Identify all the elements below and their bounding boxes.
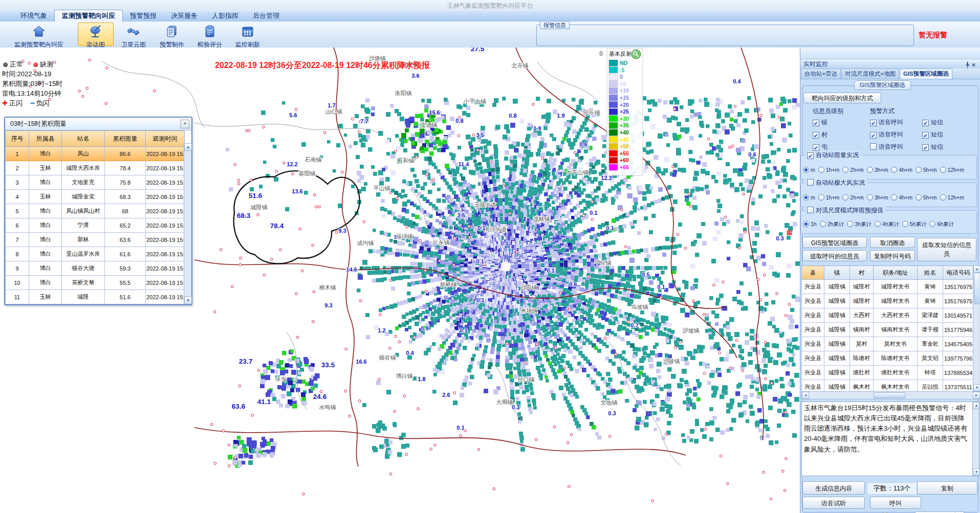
radio-2h+m[interactable]: 2h+m bbox=[842, 194, 864, 200]
table-row[interactable]: 10博白英桥文黎55.52022-08-19 15:00 bbox=[6, 276, 185, 290]
radio-4h+m[interactable]: 4h+m bbox=[891, 167, 912, 173]
auto-wind-checkbox[interactable] bbox=[807, 179, 814, 186]
menu-tab-后台管理[interactable]: 后台管理 bbox=[246, 10, 287, 21]
contacts-col-村[interactable]: 村 bbox=[850, 266, 874, 280]
tab-自动站+雷达[interactable]: 自动站+雷达 bbox=[801, 69, 841, 79]
radio-2h累计[interactable]: 2h累计 bbox=[820, 221, 844, 227]
contacts-col-电话号码[interactable]: 电话号码 bbox=[943, 266, 974, 280]
radio-5h累计[interactable]: 5h累计 bbox=[902, 221, 927, 227]
radio-12h+m[interactable]: 12h+m bbox=[940, 194, 964, 200]
message-vscrollbar[interactable]: ▲▼ bbox=[972, 402, 979, 476]
extract-sms-button[interactable]: 提取发短信的信息员 bbox=[917, 238, 976, 261]
table-row[interactable]: 兴业县城隍镇大西村大西村支书梁泽建130149571 bbox=[802, 308, 974, 323]
map-zoom-button[interactable] bbox=[631, 50, 641, 59]
copy-button[interactable]: 复制 bbox=[917, 481, 977, 495]
tab-GIS预警区域圈选[interactable]: GIS预警区域圈选 bbox=[900, 69, 952, 79]
contacts-vscrollbar[interactable]: ▲▼ bbox=[973, 265, 979, 391]
table-row[interactable]: 1博白凤山86.62022-08-19 15:00 bbox=[6, 147, 185, 161]
table-row[interactable]: 兴业县城隍镇塘肚村塘肚村支书钟塔137885534 bbox=[802, 366, 974, 380]
table-row[interactable]: 8博白亚山温罗水库61.62022-08-19 15:00 bbox=[6, 247, 185, 261]
table-row[interactable]: 6博白宁潭65.22022-08-19 15:00 bbox=[6, 218, 185, 233]
contacts-col-镇[interactable]: 镇 bbox=[824, 266, 850, 280]
menu-tab-环境气象[interactable]: 环境气象 bbox=[13, 10, 54, 21]
table-row[interactable]: 兴业县城隍镇城隍村城隍村支书黄铸135176975 bbox=[802, 294, 974, 308]
close-icon[interactable]: ✕ bbox=[971, 62, 978, 68]
table-row[interactable]: 4玉林城隍金党68.32022-08-19 15:00 bbox=[6, 190, 185, 204]
level-mode-button[interactable]: 靶向叫应的级别和方式 bbox=[803, 93, 881, 103]
scroll-up-icon[interactable]: ▲ bbox=[973, 265, 979, 273]
checkbox-voice[interactable] bbox=[870, 143, 877, 150]
table-row[interactable]: 11玉林城隍51.62022-08-19 15:00 bbox=[6, 290, 185, 304]
tab-对流尺度模式+地图[interactable]: 对流尺度模式+地图 bbox=[841, 69, 899, 79]
radio-3h+m[interactable]: 3h+m bbox=[867, 167, 888, 173]
table-row[interactable]: 2玉林城隍大西水库78.42022-08-19 15:00 bbox=[6, 161, 185, 175]
rain-col-累积雨量[interactable]: 累积雨量 bbox=[105, 131, 146, 147]
radio-m[interactable]: m bbox=[803, 167, 815, 173]
warning-message-text[interactable]: 玉林市气象台19日5时15分发布暴雨橙色预警信号：4时以来兴业县城隍大西水库已出… bbox=[801, 402, 979, 476]
toolbar-button-监控刷新[interactable]: 监控刷新 bbox=[229, 23, 266, 46]
extract-call-button[interactable]: 提取呼叫的信息员 bbox=[802, 250, 867, 261]
radio-m[interactable]: m bbox=[803, 194, 815, 200]
menu-tab-监测预警靶向叫应[interactable]: 监测预警靶向叫应 bbox=[54, 10, 123, 21]
model-rain-checkbox[interactable] bbox=[807, 207, 814, 213]
scroll-up-icon[interactable]: ▲ bbox=[973, 402, 979, 409]
gis-select-button[interactable]: GIS预警区域圈选 bbox=[802, 237, 867, 248]
radio-1h+m[interactable]: 1h+m bbox=[818, 167, 840, 173]
scroll-left-icon[interactable]: ◄ bbox=[802, 392, 809, 399]
rain-col-序号[interactable]: 序号 bbox=[6, 131, 29, 147]
scroll-up-icon[interactable]: ▲ bbox=[184, 143, 192, 151]
call-button[interactable]: 呼叫 bbox=[870, 497, 921, 509]
pin-icon[interactable]: ╄ bbox=[966, 62, 971, 68]
table-row[interactable]: 兴业县城隍镇陈塘村陈塘村支书莫文绍139775796 bbox=[802, 351, 974, 366]
table-row[interactable]: 兴业县城隍镇莫村莫村支书覃金乾134575405 bbox=[802, 337, 974, 351]
radio-5h+m[interactable]: 5h+m bbox=[916, 167, 937, 173]
radio-6h累计[interactable]: 6h累计 bbox=[929, 221, 954, 227]
generate-message-button[interactable]: 生成信息内容 bbox=[802, 481, 865, 495]
radio-5h+m[interactable]: 5h+m bbox=[916, 194, 937, 200]
copy-number-button[interactable]: 复制呼叫号码 bbox=[870, 250, 915, 261]
scroll-thumb[interactable] bbox=[874, 392, 905, 398]
scroll-down-icon[interactable]: ▼ bbox=[973, 384, 979, 391]
close-icon[interactable]: × bbox=[181, 120, 189, 128]
radio-12h+m[interactable]: 12h+m bbox=[940, 167, 964, 173]
toolbar-button-卫星云图[interactable]: 卫星云图 bbox=[115, 23, 153, 46]
toolbar-button-预警制作[interactable]: 预警制作 bbox=[154, 23, 190, 46]
rain-col-观测时间[interactable]: 观测时间 bbox=[146, 131, 185, 147]
checkbox-voice[interactable]: ✔ bbox=[870, 132, 877, 139]
cancel-select-button[interactable]: 取消圈选 bbox=[870, 237, 915, 248]
contacts-hscrollbar[interactable]: ◄► bbox=[801, 391, 980, 399]
checkbox-sms[interactable]: ✔ bbox=[922, 132, 929, 139]
auto-rain-checkbox[interactable]: ✔ bbox=[807, 152, 814, 159]
checkbox-村[interactable]: ✔ bbox=[813, 132, 819, 139]
table-row[interactable]: 兴业县城隍镇枫木村枫木村支书吴以悦137375511 bbox=[802, 380, 974, 392]
toolbar-button-检验评分[interactable]: 检验评分 bbox=[191, 23, 228, 46]
checkbox-镇[interactable]: ✔ bbox=[813, 120, 819, 126]
rain-col-站名[interactable]: 站名 bbox=[62, 131, 105, 147]
contacts-col-职务/地址[interactable]: 职务/地址 bbox=[874, 266, 918, 280]
scroll-right-icon[interactable]: ► bbox=[973, 392, 980, 399]
scroll-down-icon[interactable]: ▼ bbox=[973, 469, 979, 476]
checkbox-sms[interactable]: ✔ bbox=[922, 120, 929, 126]
table-row[interactable]: 7博白那林63.62022-08-19 15:00 bbox=[6, 233, 185, 247]
rain-table-scrollbar[interactable]: ▲ ▼ bbox=[184, 143, 191, 304]
contacts-col-姓名[interactable]: 姓名 bbox=[918, 266, 943, 280]
voice-preview-button[interactable]: 语音试听 bbox=[802, 497, 865, 509]
table-row[interactable]: 兴业县城隍镇城隍村城隍村支书黄铸135176975 bbox=[802, 280, 974, 294]
radio-2h+m[interactable]: 2h+m bbox=[842, 167, 864, 173]
menu-tab-人影指挥[interactable]: 人影指挥 bbox=[205, 10, 246, 21]
table-row[interactable]: 兴业县城隍镇镇南村镇南村支书谭于模151775946 bbox=[802, 323, 974, 337]
table-row[interactable]: 3博白文地姜充75.82022-08-19 15:00 bbox=[6, 175, 185, 190]
table-row[interactable]: 9博白顿谷大塘59.32022-08-19 15:00 bbox=[6, 261, 185, 276]
checkbox-voice[interactable]: ✔ bbox=[870, 120, 877, 126]
toolbar-button-雷达图[interactable]: 雷达图 bbox=[78, 23, 114, 46]
radio-1h[interactable]: 1h bbox=[803, 221, 817, 227]
toolbar-button-监测预警靶向叫应[interactable]: 监测预警靶向叫应 bbox=[1, 23, 77, 46]
radio-3h累计[interactable]: 3h累计 bbox=[847, 221, 872, 227]
table-row[interactable]: 5博白凤山镇凤山村682022-08-19 15:00 bbox=[6, 204, 185, 218]
checkbox-屯[interactable]: ✔ bbox=[813, 144, 819, 151]
contacts-col-县[interactable]: 县 bbox=[802, 266, 824, 280]
scroll-thumb[interactable] bbox=[974, 273, 979, 304]
checkbox-sms[interactable]: ✔ bbox=[922, 144, 929, 151]
radio-3h+m[interactable]: 3h+m bbox=[867, 194, 888, 200]
menu-tab-决策服务[interactable]: 决策服务 bbox=[164, 10, 205, 21]
